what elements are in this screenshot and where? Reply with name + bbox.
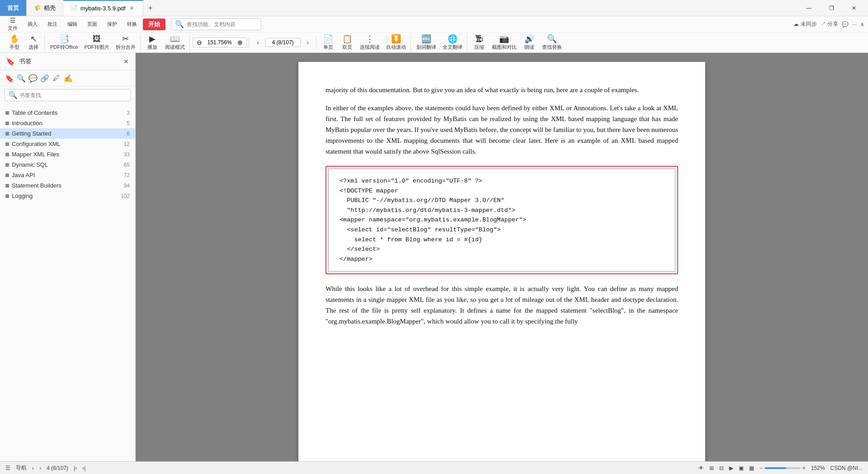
- page-input[interactable]: [269, 39, 297, 46]
- tool-group-translate: 🔤 划词翻译 🌐 全文翻译: [412, 33, 467, 52]
- play-status-btn[interactable]: ▶: [729, 465, 733, 471]
- bookmark-label-dynamic: Dynamic SQL: [12, 161, 116, 168]
- hand-tool[interactable]: ✋ 手型: [5, 33, 24, 52]
- translate-label: 划词翻译: [416, 44, 436, 51]
- code-line-4: "http://mybatis.org/dtd/mybatis-3-mapper…: [340, 206, 664, 216]
- play-label: 播放: [147, 44, 157, 51]
- bookmark-item-toc[interactable]: Table of Contents 3: [0, 108, 135, 118]
- tool-group-misc: 🗜 压缩 📷 截图和对比 🔊 朗读 🔍 查找替换: [468, 33, 566, 52]
- bookmark-item-intro[interactable]: Introduction 5: [0, 118, 135, 128]
- highlight-sidebar-icon[interactable]: 🖊: [52, 73, 61, 83]
- pdf2img-tool[interactable]: 🖼 PDF转图片: [82, 33, 112, 52]
- compress-tool[interactable]: 🗜 压缩: [470, 33, 488, 52]
- next-page-status-btn[interactable]: ›: [39, 465, 41, 471]
- search-input[interactable]: [187, 21, 250, 28]
- play-tool[interactable]: ▶ 播放: [143, 33, 161, 52]
- prev-page-status-btn[interactable]: ‹: [32, 465, 34, 471]
- nav-label: 导航: [16, 464, 27, 472]
- pdf2office-tool[interactable]: 📑 PDF转Office: [47, 33, 81, 52]
- bookmark-item-java[interactable]: Java API 72: [0, 170, 135, 180]
- tab-home[interactable]: 首页: [0, 0, 27, 16]
- new-tab-button[interactable]: +: [143, 0, 158, 16]
- bookmark-dot: [5, 142, 9, 146]
- layout-btn1[interactable]: ▣: [739, 465, 744, 471]
- pdf-area: majority of this documentation. But to g…: [136, 53, 868, 461]
- pdf2img-label: PDF转图片: [85, 44, 109, 51]
- sidebar-search-icon: 🔍: [9, 91, 18, 99]
- double-page-tool[interactable]: 📋 双页: [338, 33, 356, 52]
- bookmark-item-config[interactable]: Configuration XML 12: [0, 139, 135, 149]
- share-label[interactable]: ↗ 分享: [821, 20, 838, 28]
- collapse-btn[interactable]: ∧: [860, 21, 864, 28]
- tab-pdf[interactable]: 📄 mybatis-3.5.9.pdf ✕: [63, 0, 143, 16]
- menu-protect[interactable]: 保护: [103, 19, 121, 29]
- pdf-page-container[interactable]: majority of this documentation. But to g…: [136, 53, 868, 461]
- view-btn[interactable]: ⊞: [709, 465, 714, 471]
- link-sidebar-icon[interactable]: 🔗: [40, 73, 50, 83]
- single-page-tool[interactable]: 📄 单页: [319, 33, 337, 52]
- last-page-btn[interactable]: ›|: [82, 465, 85, 471]
- full-translate-tool[interactable]: 🌐 全文翻译: [440, 33, 465, 52]
- more-btn[interactable]: ···: [852, 21, 857, 28]
- bookmark-item-getting-started[interactable]: Getting Started 6: [0, 128, 135, 139]
- csdn-label: CSDN @NI...: [830, 465, 863, 471]
- bookmark-item-mapper[interactable]: Mapper XML Files 33: [0, 149, 135, 160]
- select-tool[interactable]: ↖ 选择: [24, 33, 42, 52]
- sync-label[interactable]: ☁ 未同步: [793, 20, 816, 28]
- para-1: majority of this documentation. But to g…: [326, 84, 678, 95]
- search-sidebar-icon[interactable]: 🔍: [16, 73, 26, 83]
- bookmark-page-toc: 3: [119, 110, 130, 116]
- comment-sidebar-icon[interactable]: 💬: [28, 73, 38, 83]
- zoom-out-status-btn[interactable]: −: [760, 465, 763, 471]
- comment-btn[interactable]: 💬: [842, 21, 849, 28]
- next-page-btn[interactable]: ›: [302, 36, 314, 49]
- word-translate-tool[interactable]: 🔤 划词翻译: [414, 33, 439, 52]
- tab-wps[interactable]: 🌾 稻壳: [27, 0, 63, 16]
- menu-comment[interactable]: 批注: [43, 19, 61, 29]
- maximize-button[interactable]: ❐: [821, 0, 842, 16]
- code-line-7: select * from Blog where id = #{id}: [340, 235, 664, 245]
- sidebar-search-input[interactable]: [19, 92, 127, 99]
- sidebar-search-box[interactable]: 🔍: [5, 89, 131, 101]
- zoom-out-btn[interactable]: ⊖: [196, 39, 203, 46]
- zoom-slider[interactable]: [764, 467, 801, 469]
- bookmark-item-statement[interactable]: Statement Builders 94: [0, 180, 135, 191]
- menu-page[interactable]: 页面: [83, 19, 101, 29]
- search-box[interactable]: 🔍: [171, 19, 261, 30]
- split-tool[interactable]: ✂ 拆分合并: [113, 33, 138, 52]
- close-button[interactable]: ✕: [844, 0, 864, 16]
- minimize-button[interactable]: —: [798, 0, 819, 16]
- zoom-in-status-btn[interactable]: +: [802, 465, 806, 471]
- auto-scroll-tool[interactable]: ⏬ 自动滚动: [383, 33, 409, 52]
- read-aloud-tool[interactable]: 🔊 朗读: [520, 33, 538, 52]
- bookmark-item-dynamic[interactable]: Dynamic SQL 65: [0, 160, 135, 170]
- menu-convert[interactable]: 转换: [123, 19, 141, 29]
- play-icon: ▶: [149, 35, 156, 43]
- file-label: 文件: [8, 25, 18, 32]
- bookmark-icon[interactable]: 🔖: [5, 73, 14, 83]
- code-line-2: <!DOCTYPE mapper: [340, 186, 664, 196]
- bookmark-dot: [5, 111, 9, 115]
- bookmark-item-logging[interactable]: Logging 102: [0, 191, 135, 201]
- signature-sidebar-icon[interactable]: ✍: [63, 73, 73, 83]
- split-icon: ✂: [122, 35, 129, 43]
- prev-page-btn[interactable]: ‹: [252, 36, 264, 49]
- tool-group-page: ‹ ›: [250, 36, 316, 49]
- menu-file[interactable]: ☰ 文件: [4, 15, 22, 33]
- bookmark-label-intro: Introduction: [12, 120, 116, 127]
- bookmark-page-mapper: 33: [119, 151, 130, 158]
- read-tool[interactable]: 📖 阅读模式: [162, 33, 188, 52]
- find-replace-tool[interactable]: 🔍 查找替换: [539, 33, 565, 52]
- code-line-1: <?xml version="1.0" encoding="UTF-8" ?>: [340, 176, 664, 186]
- screenshot-tool[interactable]: 📷 截图和对比: [489, 33, 519, 52]
- continuous-tool[interactable]: ⋮ 连续阅读: [357, 33, 382, 52]
- pdf-tab-close[interactable]: ✕: [128, 5, 136, 12]
- first-page-btn[interactable]: |‹: [74, 465, 77, 471]
- menu-insert[interactable]: 插入: [24, 19, 42, 29]
- start-button[interactable]: 开始: [143, 19, 165, 30]
- layout-btn2[interactable]: ▦: [749, 465, 754, 471]
- menu-edit[interactable]: 编辑: [63, 19, 81, 29]
- zoom-in-btn[interactable]: ⊕: [236, 39, 244, 46]
- fit-btn[interactable]: ⊟: [719, 465, 724, 471]
- sidebar-close-btn[interactable]: ✕: [123, 57, 130, 66]
